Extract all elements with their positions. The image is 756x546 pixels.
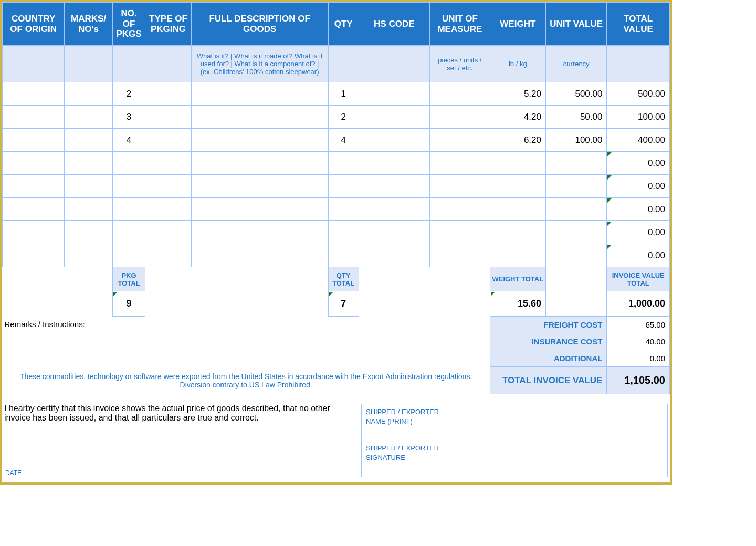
- table-row[interactable]: 3 2 4.20 50.00 100.00: [3, 106, 670, 129]
- signature-area: I hearby certify that this invoice shows…: [2, 394, 670, 482]
- hint-row: What is it? | What is it made of? What i…: [3, 46, 670, 82]
- additional-cost[interactable]: 0.00: [607, 350, 670, 367]
- invoice-form: COUNTRY OF ORIGIN MARKS/ NO's NO. OF PKG…: [0, 0, 672, 485]
- col-uom: UNIT OF MEASURE: [430, 3, 490, 46]
- invoice-total-label: INVOICE VALUE TOTAL: [607, 267, 670, 291]
- hint-uom: pieces / units / set / etc.: [430, 46, 490, 82]
- remarks-label: Remarks / Instructions:: [3, 317, 490, 367]
- weight-total: 15.60: [490, 291, 545, 317]
- insurance-cost-label: INSURANCE COST: [490, 333, 607, 350]
- col-pkging: TYPE OF PKGING: [145, 3, 191, 46]
- goods-table: COUNTRY OF ORIGIN MARKS/ NO's NO. OF PKG…: [2, 2, 670, 394]
- table-row[interactable]: 2 1 5.20 500.00 500.00: [3, 82, 670, 106]
- shipper-signature-field[interactable]: SHIPPER / EXPORTER SIGNATURE: [361, 440, 668, 477]
- freight-cost[interactable]: 65.00: [607, 317, 670, 333]
- total-invoice-label: TOTAL INVOICE VALUE: [490, 367, 607, 394]
- col-country: COUNTRY OF ORIGIN: [3, 3, 65, 46]
- table-row[interactable]: 0.00: [3, 244, 670, 267]
- col-desc: FULL DESCRIPTION OF GOODS: [191, 3, 328, 46]
- col-qty: QTY: [328, 3, 359, 46]
- table-header-row: COUNTRY OF ORIGIN MARKS/ NO's NO. OF PKG…: [3, 3, 670, 46]
- shipper-name-field[interactable]: SHIPPER / EXPORTER NAME (PRINT): [361, 404, 668, 440]
- qty-total: 7: [328, 291, 359, 317]
- pkg-total: 9: [112, 291, 145, 317]
- freight-cost-label: FREIGHT COST: [490, 317, 607, 333]
- table-row[interactable]: 0.00: [3, 221, 670, 244]
- table-row[interactable]: 0.00: [3, 175, 670, 198]
- col-hscode: HS CODE: [359, 3, 430, 46]
- total-invoice-value: 1,105.00: [607, 367, 670, 394]
- col-pkgs: NO. OF PKGS: [112, 3, 145, 46]
- weight-total-label: WEIGHT TOTAL: [490, 267, 545, 291]
- date-field[interactable]: DATE: [4, 442, 345, 478]
- col-marks: MARKS/ NO's: [65, 3, 112, 46]
- hint-weight: lb / kg: [490, 46, 545, 82]
- hint-desc: What is it? | What is it made of? What i…: [191, 46, 328, 82]
- hint-unitval: currency: [545, 46, 606, 82]
- insurance-cost[interactable]: 40.00: [607, 333, 670, 350]
- table-row[interactable]: 4 4 6.20 100.00 400.00: [3, 129, 670, 152]
- export-disclaimer: These commodities, technology or softwar…: [3, 367, 490, 394]
- certification-text: I hearby certify that this invoice shows…: [4, 404, 345, 442]
- invoice-total: 1,000.00: [607, 291, 670, 317]
- table-row[interactable]: 0.00: [3, 152, 670, 175]
- pkg-total-label: PKG TOTAL: [112, 267, 145, 291]
- qty-total-label: QTY TOTAL: [328, 267, 359, 291]
- col-weight: WEIGHT: [490, 3, 545, 46]
- additional-label: ADDITIONAL: [490, 350, 607, 367]
- col-totalval: TOTAL VALUE: [607, 3, 670, 46]
- table-row[interactable]: 0.00: [3, 198, 670, 221]
- col-unitval: UNIT VALUE: [545, 3, 606, 46]
